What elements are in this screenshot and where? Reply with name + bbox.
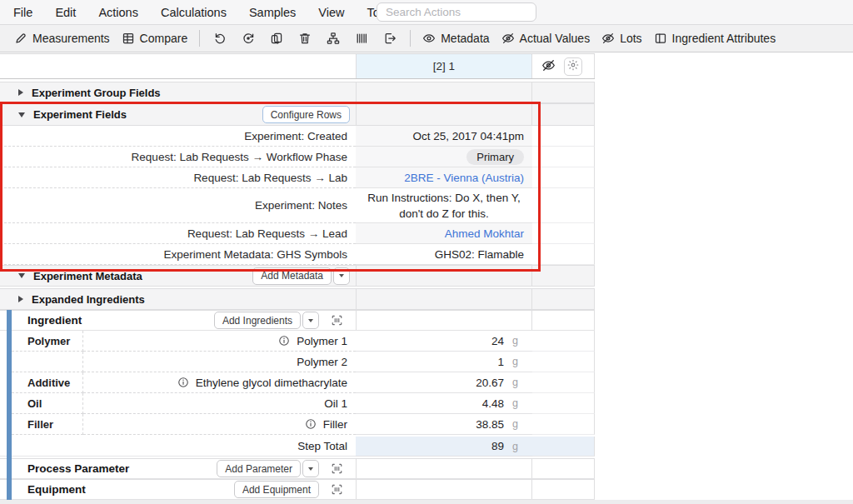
lab-link[interactable]: 2BRE - Vienna (Austria) <box>404 172 524 184</box>
section-value-cell <box>356 104 532 125</box>
info-icon[interactable] <box>177 377 189 388</box>
lots-toggle-button[interactable]: Lots <box>596 28 647 48</box>
unit-label: g <box>512 441 526 452</box>
info-icon[interactable] <box>305 418 317 430</box>
ingredient-header: Ingredient Add Ingredients <box>0 311 356 330</box>
menu-edit[interactable]: Edit <box>55 6 76 19</box>
amount-value: 38.85 <box>476 418 504 431</box>
undo-button[interactable] <box>206 28 234 48</box>
table-grid-icon <box>122 32 135 45</box>
ingredient-name-cell[interactable]: Filler <box>83 414 356 435</box>
amount-cell[interactable]: 4.48 g <box>356 393 532 414</box>
ingredient-row: Additive Ethylene glycol dimethacrylate … <box>0 372 595 393</box>
equipment-title: Equipment <box>27 483 86 496</box>
delete-button[interactable] <box>291 28 319 48</box>
lead-link[interactable]: Ahmed Mokhtar <box>445 227 524 240</box>
ingredient-name-cell[interactable]: Oil 1 <box>83 393 356 414</box>
export-button[interactable] <box>376 28 404 48</box>
section-header[interactable]: Experiment Group Fields <box>0 82 356 102</box>
scan-icon[interactable] <box>331 314 343 327</box>
amount-cell[interactable]: 20.67 g <box>356 372 532 393</box>
value-cell-empty <box>356 480 532 499</box>
actual-values-toggle-button[interactable]: Actual Values <box>496 28 596 48</box>
field-label: Request: Lab Requests → Lab <box>0 167 356 188</box>
redo-button[interactable] <box>234 28 262 48</box>
caret-down-icon <box>308 467 313 471</box>
experiment-grid: [2] 1 Experiment Group Fields Exp <box>0 53 595 500</box>
extra-cell <box>532 480 595 499</box>
field-label: Experiment: Notes <box>0 188 356 223</box>
ingredient-name-cell[interactable]: Polymer 2 <box>83 352 356 372</box>
ingredient-attributes-button[interactable]: Ingredient Attributes <box>648 28 782 48</box>
menu-file[interactable]: File <box>13 6 32 19</box>
configure-rows-button[interactable]: Configure Rows <box>262 106 350 123</box>
section-experiment-fields: Experiment Fields Configure Rows <box>0 103 595 126</box>
barcode-button[interactable] <box>347 28 376 48</box>
workflow-button[interactable] <box>319 28 347 48</box>
unit-label: g <box>512 397 526 409</box>
section-header[interactable]: Expanded Ingredients <box>0 289 356 309</box>
actual-values-label: Actual Values <box>520 32 591 45</box>
section-title: Experiment Metadata <box>33 270 142 282</box>
add-equipment-button[interactable]: Add Equipment <box>234 481 319 498</box>
duplicate-button[interactable] <box>262 28 291 48</box>
section-extra-cell <box>532 104 595 125</box>
add-metadata-button[interactable]: Add Metadata <box>252 267 332 285</box>
section-title: Expanded Ingredients <box>32 293 145 306</box>
ingredient-name-cell[interactable]: Ethylene glycol dimethacrylate <box>83 372 356 393</box>
field-value-cell[interactable]: Oct 25, 2017 04:41pm <box>356 126 532 147</box>
field-value-cell[interactable]: GHS02: Flamable <box>356 244 532 265</box>
scan-icon[interactable] <box>331 483 343 496</box>
row-header-spacer-cell <box>0 54 356 78</box>
amount-cell[interactable]: 38.85 g <box>356 414 532 435</box>
section-header[interactable]: Experiment Fields Configure Rows <box>0 104 356 125</box>
field-value-cell[interactable]: Ahmed Mokhtar <box>356 223 532 244</box>
ingredient-row: Oil Oil 1 4.48 g <box>0 393 595 414</box>
extra-cell <box>532 188 595 223</box>
field-value-cell[interactable]: Run Instructions: Do X, then Y, don't do… <box>356 188 532 223</box>
add-parameter-dropdown-button[interactable] <box>302 460 319 477</box>
undo-icon <box>213 32 227 45</box>
unit-label: g <box>512 356 526 367</box>
chevron-down-icon[interactable] <box>18 273 25 278</box>
field-value-cell[interactable]: 2BRE - Vienna (Austria) <box>356 167 532 188</box>
extra-cell <box>532 414 595 435</box>
amount-cell[interactable]: 1 g <box>356 352 532 372</box>
compare-button[interactable]: Compare <box>116 28 194 48</box>
amount-value: 1 <box>497 356 504 368</box>
ingredient-category <box>12 352 83 372</box>
chevron-right-icon[interactable] <box>18 296 23 302</box>
add-metadata-dropdown-button[interactable] <box>333 267 350 285</box>
trash-icon <box>298 32 312 45</box>
search-actions-input[interactable] <box>377 2 536 22</box>
info-icon[interactable] <box>278 335 290 347</box>
add-ingredients-dropdown-button[interactable] <box>302 312 319 329</box>
section-header[interactable]: Experiment Metadata Add Metadata <box>0 266 356 286</box>
field-value-cell[interactable]: Primary <box>356 147 532 167</box>
process-parameter-row: Process Parameter Add Parameter <box>0 458 595 479</box>
hide-column-icon[interactable] <box>541 58 556 75</box>
metadata-toggle-button[interactable]: Metadata <box>417 28 495 48</box>
scan-icon[interactable] <box>331 462 343 475</box>
add-parameter-button[interactable]: Add Parameter <box>217 460 301 477</box>
column-settings-button[interactable] <box>564 57 582 76</box>
menu-view[interactable]: View <box>318 6 344 19</box>
chevron-right-icon[interactable] <box>18 89 23 96</box>
add-ingredients-button[interactable]: Add Ingredients <box>214 312 301 329</box>
experiment-column-header[interactable]: [2] 1 <box>356 54 532 78</box>
process-parameter-header: Process Parameter Add Parameter <box>0 459 356 478</box>
chevron-down-icon[interactable] <box>18 112 25 117</box>
extra-cell <box>532 126 595 147</box>
menu-calculations[interactable]: Calculations <box>161 6 227 19</box>
duplicate-icon <box>270 32 283 45</box>
menu-actions[interactable]: Actions <box>98 6 138 19</box>
menu-samples[interactable]: Samples <box>249 6 296 19</box>
measurements-button[interactable]: Measurements <box>8 28 116 48</box>
workflow-icon <box>327 32 340 45</box>
ingredient-name-cell[interactable]: Polymer 1 <box>83 331 356 352</box>
equipment-row: Equipment Add Equipment <box>0 479 595 500</box>
window-bottom-edge <box>0 500 853 504</box>
metadata-label: Metadata <box>441 32 489 45</box>
eye-icon <box>422 32 436 45</box>
amount-cell[interactable]: 24 g <box>356 331 532 352</box>
